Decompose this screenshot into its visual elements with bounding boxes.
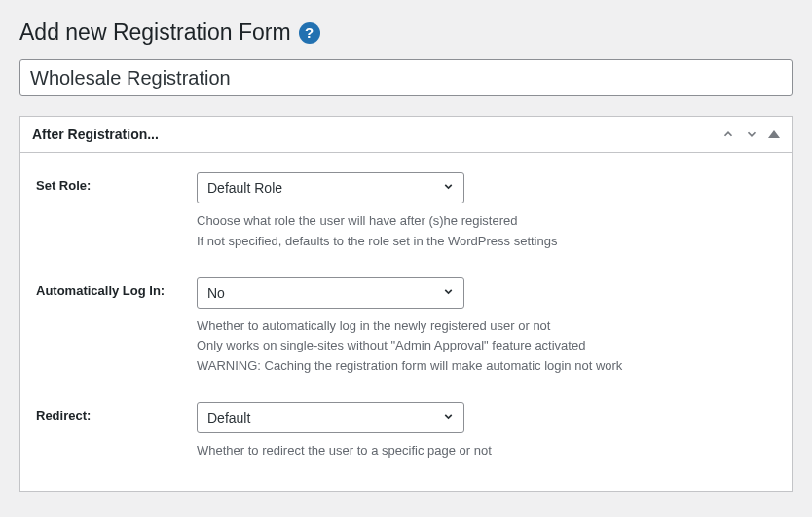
after-registration-metabox: After Registration... Set Role: Default …	[19, 116, 793, 492]
move-down-icon[interactable]	[745, 128, 758, 141]
redirect-label: Redirect:	[36, 402, 197, 423]
auto-login-select[interactable]: No	[197, 277, 464, 309]
redirect-select[interactable]: Default	[197, 402, 464, 433]
set-role-label: Set Role:	[36, 172, 197, 193]
auto-login-desc2: Only works on single-sites without "Admi…	[197, 336, 776, 356]
redirect-desc1: Whether to redirect the user to a specif…	[197, 441, 776, 462]
set-role-select[interactable]: Default Role	[197, 172, 464, 203]
set-role-desc2: If not specified, defaults to the role s…	[197, 232, 776, 252]
metabox-title: After Registration...	[32, 127, 159, 142]
collapse-icon[interactable]	[768, 130, 780, 138]
form-name-input[interactable]	[19, 59, 793, 96]
set-role-desc1: Choose what role the user will have afte…	[197, 211, 776, 232]
page-title: Add new Registration Form	[19, 19, 291, 46]
help-icon[interactable]: ?	[299, 22, 320, 44]
metabox-header: After Registration...	[20, 117, 792, 153]
auto-login-desc3: WARNING: Caching the registration form w…	[197, 356, 776, 377]
move-up-icon[interactable]	[721, 128, 735, 141]
auto-login-label: Automatically Log In:	[36, 277, 197, 298]
auto-login-desc1: Whether to automatically log in the newl…	[197, 316, 776, 337]
